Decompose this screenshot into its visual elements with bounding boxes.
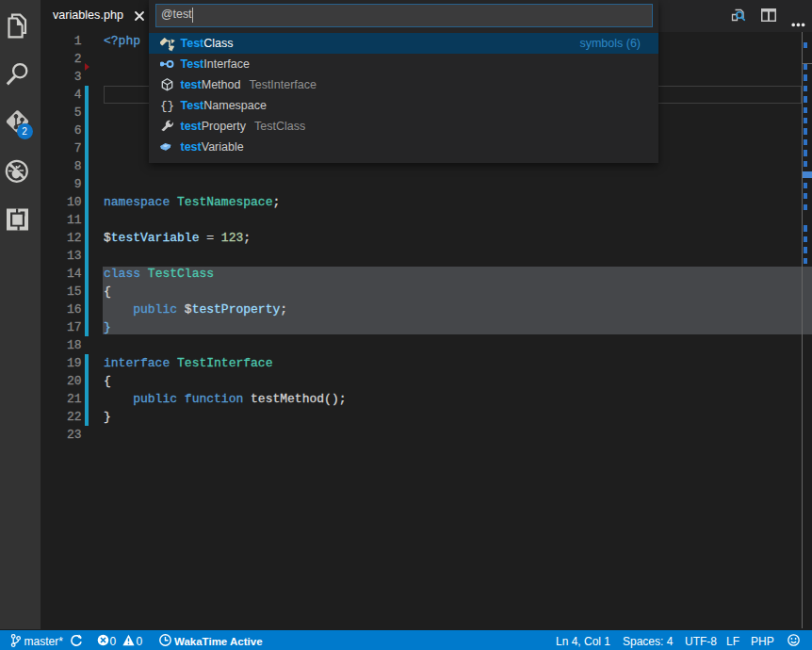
svg-text:{}: {} xyxy=(160,100,174,113)
